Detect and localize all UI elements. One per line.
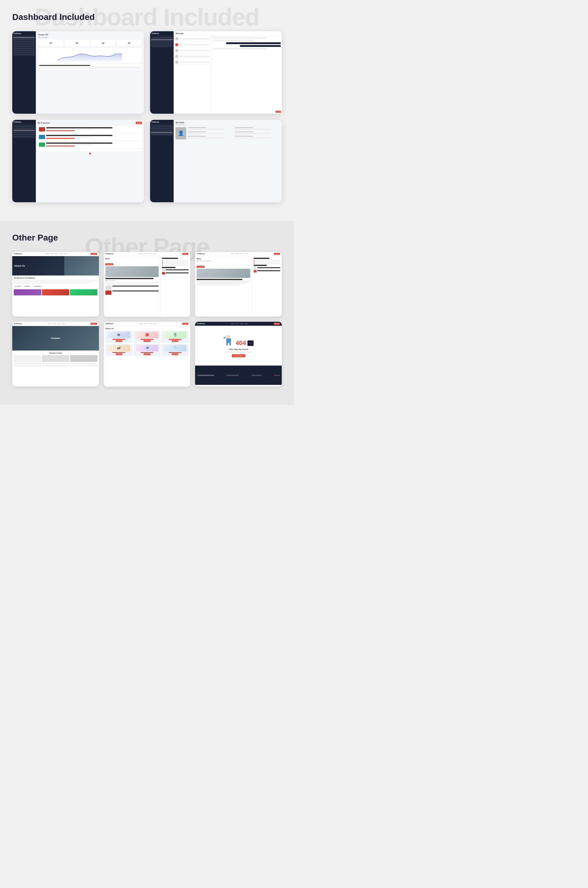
blogd-cat-line-2 xyxy=(255,261,280,262)
shop-card[interactable]: FindHouse Submit Shop List 🛍 Add to Cart xyxy=(104,322,190,387)
blog-detail-card[interactable]: FindHouse Submit Blog Feat xyxy=(195,252,282,317)
shop-btn-5[interactable]: Add to Cart xyxy=(144,353,150,355)
prop-nav xyxy=(13,128,35,129)
blogd-avatar xyxy=(196,260,198,262)
notfound-nav-items xyxy=(206,323,272,324)
dashboard-messages-card[interactable]: FindHouse Message xyxy=(150,31,282,114)
about-hero-title: About Us xyxy=(14,264,25,267)
blog-sub-items xyxy=(105,285,159,290)
notfound-logo: FindHouse xyxy=(197,323,205,325)
blogd-submit-btn[interactable]: Submit xyxy=(274,253,280,255)
blogd-cat-dot-1 xyxy=(254,260,255,261)
dashboard-home-card[interactable]: FindHouse Howdy, All! My Submittals xyxy=(12,31,144,114)
dash-stat-3: 12 xyxy=(91,40,116,46)
blogd-cat-dot-3 xyxy=(254,263,255,264)
shop-btn-2[interactable]: Add to Cart xyxy=(144,340,150,342)
shop-price-4 xyxy=(112,352,125,353)
dash-stat-1: 37 xyxy=(38,40,63,46)
dashboard-profile-card[interactable]: FindHouse My Profile Profile Information… xyxy=(150,120,282,202)
msg-nav xyxy=(151,41,173,43)
blog-content: Blog Featured xyxy=(104,256,190,316)
notfound-subtitle: We can't seem to find the page you're lo… xyxy=(225,351,251,353)
shop-nav-item xyxy=(139,323,143,324)
blog-nav-items xyxy=(115,253,181,254)
compare-row-3 xyxy=(70,363,98,364)
blogd-article-title xyxy=(196,279,242,280)
notfound-figure-svg xyxy=(223,334,234,346)
notfound-submit-btn[interactable]: Submit xyxy=(274,323,280,325)
profile-label-5 xyxy=(188,136,206,137)
shop-item-4: 🛋 Add to Cart xyxy=(105,344,133,356)
prop-add-btn[interactable]: + Add xyxy=(136,122,142,124)
msg-content: Message xyxy=(174,31,282,114)
about-us-card[interactable]: FindHouse Submit About Us Our Mission Is… xyxy=(12,252,99,317)
about-logo: FindHouse xyxy=(14,253,22,255)
notfound-nav-item xyxy=(244,323,248,324)
shop-submit-btn[interactable]: Submit xyxy=(182,323,188,325)
dash-nav-item xyxy=(13,50,35,51)
shop-nav: FindHouse Submit xyxy=(104,322,190,326)
notfound-nav-item xyxy=(240,323,243,324)
shop-btn-1[interactable]: Add to Cart xyxy=(116,340,122,342)
blog-nav-item xyxy=(139,253,143,254)
prop-item-1 xyxy=(39,127,141,133)
blogd-content: Blog Featured xyxy=(195,256,282,316)
blog-submit-btn[interactable]: Submit xyxy=(182,253,188,255)
compare-item-2 xyxy=(42,355,69,362)
dash-stat-number-3: 12 xyxy=(102,42,104,44)
compare-nav: FindHouse Submit xyxy=(12,322,99,326)
blog-recent-title xyxy=(162,267,176,268)
blog-cat-2 xyxy=(162,262,189,263)
dashboard-properties-card[interactable]: FindHouse My Properties + Add xyxy=(12,120,144,202)
shop-content: Shop List 🛍 Add to Cart 🎒 Add to Cart � xyxy=(104,326,190,358)
compare-hero-text: Compare xyxy=(51,337,60,339)
msg-send-btn[interactable]: Send xyxy=(276,111,281,113)
msg-contact-5 xyxy=(175,60,210,65)
compare-card[interactable]: FindHouse Submit Compare Compare Listing… xyxy=(12,322,99,387)
blog-cat-dot-2 xyxy=(162,262,163,263)
prop-nav xyxy=(13,132,35,133)
blogd-recent-info-1 xyxy=(257,267,280,269)
notfound-card[interactable]: FindHouse Submit xyxy=(195,322,282,387)
blog-list-card[interactable]: FindHouse Submit Blog Featured xyxy=(104,252,190,317)
compare-nav-item xyxy=(62,323,65,324)
dash-stat-4: 18 xyxy=(117,40,141,46)
blogd-cat-3 xyxy=(254,263,280,264)
prop-nav xyxy=(13,134,35,135)
prop-nav xyxy=(13,129,35,131)
blogd-recent-title-2 xyxy=(257,270,280,271)
svg-rect-4 xyxy=(223,337,226,339)
blogd-para-4 xyxy=(196,284,240,285)
dash-listing-title xyxy=(39,65,90,66)
msg-heading: Message xyxy=(174,31,282,36)
profile-nav xyxy=(151,134,173,135)
blog-sub-text-1 xyxy=(112,287,159,287)
msg-contact-3 xyxy=(175,48,210,53)
compare-submit-btn[interactable]: Submit xyxy=(91,323,97,325)
dashboard-section: Dashboard Included Dashboard Included Fi… xyxy=(0,0,294,221)
blog-meta-row xyxy=(105,280,159,282)
blog-body-1 xyxy=(105,282,159,283)
compare-nav-item xyxy=(52,323,56,324)
dash-nav-item xyxy=(13,48,35,49)
blog-cat-4 xyxy=(162,265,189,266)
about-submit-btn[interactable]: Submit xyxy=(91,253,97,255)
blogd-cat-2 xyxy=(254,261,280,262)
prop-img-2 xyxy=(39,135,45,139)
dash-main-content: Howdy, All! My Submittals 37 24 12 xyxy=(36,31,144,114)
notfound-illustration: 404 404 xyxy=(223,334,253,346)
prop-nav xyxy=(13,125,35,127)
blog-sub-info-2 xyxy=(112,290,159,295)
blog-sub-img-2 xyxy=(105,290,111,295)
msg-bubble-sent-2 xyxy=(240,45,281,47)
shop-btn-4[interactable]: Add to Cart xyxy=(116,353,122,355)
about-nav: FindHouse Submit xyxy=(12,252,99,256)
notfound-home-btn[interactable]: Go To Home xyxy=(232,354,245,357)
shop-btn-3[interactable]: Add to Cart xyxy=(172,340,178,342)
compare-item-1 xyxy=(14,355,41,362)
msg-panels: Send xyxy=(174,36,282,114)
shop-btn-6[interactable]: Add to Cart xyxy=(172,353,178,355)
profile-value-2 xyxy=(235,129,271,130)
prop-content: My Properties + Add xyxy=(36,120,144,202)
blogd-nav-items xyxy=(206,253,272,254)
